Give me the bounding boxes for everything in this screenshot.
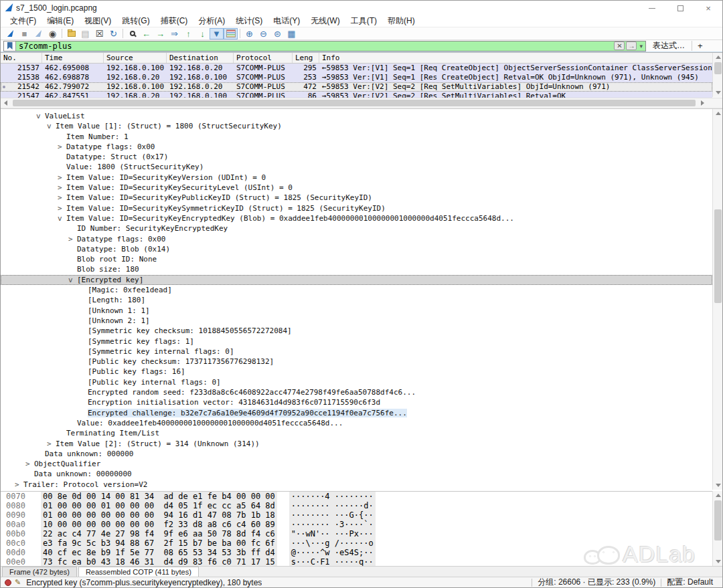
scrollbar-thumb[interactable]	[714, 500, 722, 541]
detail-tree-item[interactable]: >Item Value: ID=SecurityKeyPublicKeyID (…	[1, 193, 712, 203]
hex-bytes[interactable]: e3 fa 9c 5c b3 94 88 67 2f 15 b7 be ba 0…	[41, 538, 277, 548]
detail-tree-item[interactable]: vItem Value: ID=SecurityKeyEncryptedKey …	[1, 213, 712, 223]
detail-tree-item[interactable]: >Item Value [2]: (Struct) = 314 (Unknown…	[1, 439, 712, 449]
menu-item-2[interactable]: 编辑(E)	[42, 15, 79, 27]
close-file-icon[interactable]: ☒	[92, 28, 106, 39]
scroll-down-icon[interactable]	[713, 481, 723, 490]
menu-item-3[interactable]: 视图(V)	[79, 15, 116, 27]
packet-row[interactable]: 21538462.698878192.168.0.20192.168.0.100…	[1, 73, 712, 82]
collapsed-arrow-icon[interactable]: >	[25, 459, 34, 469]
menu-item-5[interactable]: 捕获(C)	[155, 15, 193, 27]
detail-tree-item[interactable]: [Unknown 2: 1]	[1, 316, 712, 326]
detail-tree-item[interactable]: [Symmetric key internal flags: 0]	[1, 347, 712, 357]
scroll-down-icon[interactable]	[713, 557, 723, 566]
hex-row[interactable]: 00c0e3 fa 9c 5c b3 94 88 67 2f 15 b7 be …	[1, 538, 722, 548]
menu-item-9[interactable]: 无线(W)	[305, 15, 345, 27]
hex-ascii[interactable]: ···\···g /······o	[289, 538, 376, 548]
restart-capture-icon[interactable]	[31, 28, 46, 39]
hex-bytes[interactable]: 10 00 00 00 00 00 00 00 f2 33 d8 a8 c6 c…	[41, 520, 277, 529]
zoom-out-icon[interactable]: ⊖	[256, 28, 270, 39]
detail-tree-item[interactable]: >Trailer: Protocol version=V2	[1, 480, 712, 490]
column-header-no[interactable]: No.	[1, 53, 42, 63]
minimize-button[interactable]	[638, 1, 666, 15]
hex-row[interactable]: 00b022 ac c4 77 4e 27 98 f4 9f e6 aa 50 …	[1, 529, 722, 538]
scroll-up-icon[interactable]	[713, 491, 723, 500]
detail-tree-item[interactable]: [Public key internal flags: 0]	[1, 377, 712, 387]
column-header-leng[interactable]: Leng	[293, 53, 319, 63]
menu-item-10[interactable]: 工具(T)	[345, 15, 382, 27]
detail-tree-item[interactable]: >Datatype flags: 0x00	[1, 234, 712, 244]
scrollbar-thumb[interactable]	[714, 62, 722, 74]
detail-tree-item[interactable]: >Item Value: ID=SecurityKeyVersion (UDIn…	[1, 173, 712, 183]
byte-view-tab-1[interactable]: Frame (472 bytes)	[2, 567, 77, 577]
column-header-source[interactable]: Source	[104, 53, 167, 63]
scrollbar-thumb[interactable]	[13, 100, 696, 106]
hex-row[interactable]: 00a010 00 00 00 00 00 00 00 f2 33 d8 a8 …	[1, 520, 722, 529]
detail-tree-item[interactable]: Encrypted challenge: b32e7c7a6a10e9e4609…	[1, 408, 712, 418]
expert-info-icon[interactable]	[5, 579, 11, 586]
detail-tree-item[interactable]: Value: 0xaddee1feb4000000010000000100000…	[1, 418, 712, 428]
detail-tree-item[interactable]: Encryption initialisation vector: 431846…	[1, 397, 712, 407]
hex-bytes[interactable]: 01 00 00 00 00 00 00 00 94 16 d1 47 08 7…	[41, 510, 277, 520]
scrollbar-thumb[interactable]	[714, 209, 722, 303]
menu-item-1[interactable]: 文件(F)	[5, 15, 42, 27]
collapsed-arrow-icon[interactable]: >	[58, 193, 66, 203]
hex-bytes[interactable]: 01 00 00 00 01 00 00 00 d4 05 1f ec cc a…	[41, 501, 277, 510]
detail-tree-item[interactable]: vValueList	[1, 111, 712, 121]
goto-packet-icon[interactable]: ⇒	[167, 28, 181, 39]
detail-tree-item[interactable]: v[Encrypted key]	[1, 275, 712, 285]
scroll-right-icon[interactable]	[698, 98, 708, 107]
bytes-vertical-scrollbar[interactable]	[712, 491, 722, 566]
expanded-arrow-icon[interactable]: v	[47, 121, 56, 131]
packet-list-vertical-scrollbar[interactable]	[712, 53, 722, 97]
close-button[interactable]: ×	[694, 1, 722, 15]
hex-ascii[interactable]: ·······4 ········	[289, 492, 376, 501]
hex-bytes[interactable]: 73 fc ea b0 43 18 46 31 d4 d9 83 f6 c0 7…	[41, 557, 277, 566]
last-packet-icon[interactable]: ↓	[195, 28, 210, 39]
zoom-in-icon[interactable]: ⊕	[242, 28, 256, 39]
menu-item-11[interactable]: 帮助(H)	[382, 15, 420, 27]
detail-tree-item[interactable]: [Length: 180]	[1, 295, 712, 305]
filter-add-button[interactable]: +	[692, 41, 708, 51]
collapsed-arrow-icon[interactable]: >	[58, 142, 66, 152]
byte-view-tab-2[interactable]: Reassembled COTP (411 bytes)	[78, 567, 199, 577]
find-packet-icon[interactable]	[125, 28, 139, 39]
scroll-up-icon[interactable]	[713, 53, 722, 62]
reload-file-icon[interactable]: ↻	[106, 28, 120, 39]
packet-list-header[interactable]: No.TimeSourceDestinationProtocolLengInfo	[1, 53, 722, 64]
column-header-time[interactable]: Time	[42, 53, 104, 63]
hex-ascii[interactable]: "··wN'·· ···Px···	[289, 529, 376, 538]
collapsed-arrow-icon[interactable]: >	[47, 439, 56, 449]
detail-tree-item[interactable]: [Magic: 0xfee1dead]	[1, 285, 712, 295]
detail-tree-item[interactable]: Terminating Item/List	[1, 428, 712, 438]
detail-tree-item[interactable]: [Public key checksum: 173711735677629813…	[1, 357, 712, 367]
collapsed-arrow-icon[interactable]: >	[58, 173, 66, 183]
detail-tree-item[interactable]: Value: 1800 (StructSecurityKey)	[1, 162, 712, 172]
detail-tree-item[interactable]: Encrypted random seed: f233d8a8c6c460892…	[1, 387, 712, 397]
details-vertical-scrollbar[interactable]	[712, 109, 722, 490]
detail-tree-item[interactable]: Item Number: 1	[1, 132, 712, 142]
status-profile[interactable]: 配置: Default	[667, 577, 713, 588]
resize-columns-icon[interactable]: ▦	[285, 28, 299, 39]
next-packet-icon[interactable]: →	[153, 28, 167, 39]
expanded-arrow-icon[interactable]: v	[68, 275, 77, 285]
hex-row[interactable]: 00e073 fc ea b0 43 18 46 31 d4 d9 83 f6 …	[1, 557, 722, 566]
stop-capture-icon[interactable]: ■	[17, 28, 31, 39]
hex-ascii[interactable]: ········ ···G·{··	[289, 510, 376, 520]
column-header-protocol[interactable]: Protocol	[234, 53, 293, 63]
collapsed-arrow-icon[interactable]: >	[68, 234, 77, 244]
scroll-up-icon[interactable]	[713, 109, 723, 118]
detail-tree-item[interactable]: >Datatype flags: 0x00	[1, 142, 712, 152]
collapsed-arrow-icon[interactable]: >	[15, 480, 23, 490]
detail-tree-item[interactable]: [Unknown 1: 1]	[1, 306, 712, 316]
display-filter-input[interactable]: s7comm-plus ✕ → ▾	[3, 41, 646, 52]
start-capture-icon[interactable]	[3, 28, 17, 39]
detail-tree-item[interactable]: [Public key flags: 16]	[1, 367, 712, 377]
previous-packet-icon[interactable]: ←	[139, 28, 153, 39]
colorize-icon[interactable]	[224, 28, 238, 39]
hex-ascii[interactable]: s···C·F1 ·····q··	[289, 557, 376, 566]
expanded-arrow-icon[interactable]: v	[58, 213, 66, 223]
detail-tree-item[interactable]: [Symmetric key flags: 1]	[1, 336, 712, 347]
expression-button[interactable]: 表达式…	[646, 40, 692, 52]
detail-tree-item[interactable]: [Symmetric key checksum: 101884505565722…	[1, 326, 712, 336]
